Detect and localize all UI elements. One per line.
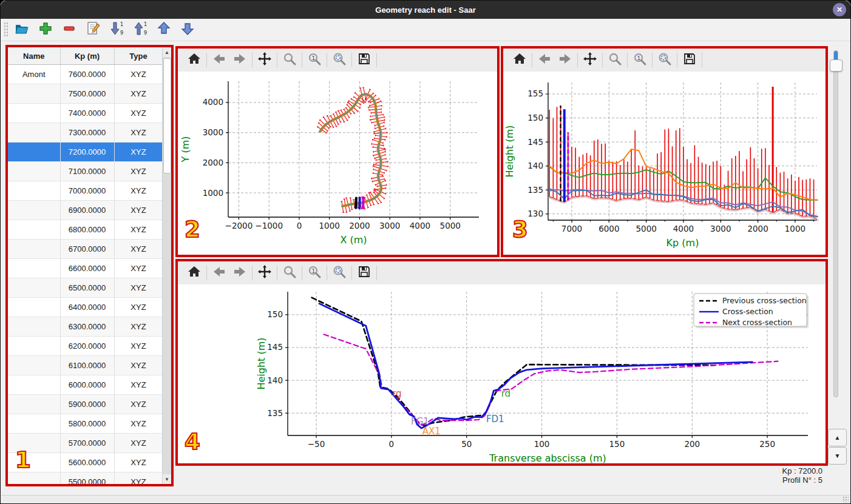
- table-cell[interactable]: [8, 240, 60, 259]
- table-cell[interactable]: XYZ: [114, 453, 163, 472]
- open-button[interactable]: [12, 21, 32, 39]
- table-row[interactable]: 5900.0000XYZ: [8, 395, 163, 414]
- table-cell[interactable]: [8, 220, 60, 240]
- table-cell[interactable]: XYZ: [114, 414, 163, 434]
- table-row[interactable]: 6500.0000XYZ: [8, 278, 163, 298]
- zoom-original-button[interactable]: 1: [304, 51, 325, 69]
- table-cell[interactable]: XYZ: [114, 65, 163, 84]
- back-button[interactable]: [209, 264, 229, 282]
- table-cell[interactable]: [8, 375, 60, 395]
- table-cell[interactable]: XYZ: [114, 220, 163, 240]
- zoom-fit-button[interactable]: [329, 264, 350, 282]
- table-cell[interactable]: 7600.0000: [60, 65, 114, 84]
- resize-grip-icon[interactable]: [843, 496, 849, 502]
- plan-view-chart[interactable]: −2000−1000010002000300040005000100020003…: [178, 72, 497, 255]
- table-cell[interactable]: 7200.0000: [60, 143, 114, 162]
- table-row[interactable]: 7300.0000XYZ: [8, 123, 163, 143]
- table-cell[interactable]: XYZ: [114, 472, 163, 487]
- table-row[interactable]: 5600.0000XYZ: [8, 453, 163, 472]
- table-row[interactable]: 6200.0000XYZ: [8, 337, 163, 356]
- forward-button[interactable]: [229, 264, 250, 282]
- pan-button[interactable]: [254, 264, 275, 282]
- table-cell[interactable]: 5700.0000: [60, 434, 114, 453]
- table-cell[interactable]: 6600.0000: [60, 259, 114, 278]
- table-cell[interactable]: 7100.0000: [60, 162, 114, 181]
- table-cell[interactable]: 7500.0000: [60, 84, 114, 104]
- table-cell[interactable]: [8, 414, 60, 434]
- table-cell[interactable]: [8, 395, 60, 414]
- table-cell[interactable]: XYZ: [114, 181, 163, 201]
- table-cell[interactable]: 6200.0000: [60, 337, 114, 356]
- home-button[interactable]: [184, 264, 205, 282]
- save-figure-button[interactable]: [679, 51, 700, 69]
- table-cell[interactable]: 5500.0000: [60, 472, 114, 487]
- table-cell[interactable]: 7300.0000: [60, 123, 114, 143]
- title-bar[interactable]: Geometry reach edit - Saar ✕: [1, 1, 850, 19]
- back-button[interactable]: [209, 51, 229, 69]
- table-row[interactable]: 7100.0000XYZ: [8, 162, 163, 181]
- cross-section-chart[interactable]: −50050100150200250135140145150Transverse…: [178, 284, 826, 463]
- table-scrollbar[interactable]: ▲ ▼: [162, 47, 171, 484]
- sort-descending-button[interactable]: 19: [106, 21, 126, 39]
- save-figure-button[interactable]: [354, 264, 375, 282]
- table-cell[interactable]: [8, 278, 60, 298]
- table-row[interactable]: 7000.0000XYZ: [8, 181, 163, 201]
- zoom-fit-button[interactable]: [329, 51, 350, 69]
- profile-up-button[interactable]: ▲: [828, 429, 847, 446]
- table-cell[interactable]: Amont: [8, 65, 60, 84]
- table-cell[interactable]: 7400.0000: [60, 104, 114, 123]
- scroll-up-arrow[interactable]: ▲: [163, 47, 171, 57]
- column-header-type[interactable]: Type: [114, 47, 163, 65]
- forward-button[interactable]: [229, 51, 250, 69]
- table-row[interactable]: 6900.0000XYZ: [8, 201, 163, 220]
- forward-button[interactable]: [555, 51, 575, 69]
- home-button[interactable]: [184, 51, 205, 69]
- table-cell[interactable]: XYZ: [114, 317, 163, 337]
- table-cell[interactable]: 6500.0000: [60, 278, 114, 298]
- move-up-button[interactable]: [154, 21, 174, 39]
- remove-profile-button[interactable]: [59, 21, 79, 39]
- table-cell[interactable]: [8, 84, 60, 104]
- save-figure-button[interactable]: [354, 51, 375, 69]
- table-cell[interactable]: [8, 143, 60, 162]
- table-cell[interactable]: XYZ: [114, 123, 163, 143]
- table-cell[interactable]: 6800.0000: [60, 220, 114, 240]
- table-cell[interactable]: XYZ: [114, 298, 163, 317]
- table-cell[interactable]: [8, 472, 60, 487]
- table-cell[interactable]: XYZ: [114, 337, 163, 356]
- home-button[interactable]: [509, 51, 530, 69]
- table-cell[interactable]: 6300.0000: [60, 317, 114, 337]
- zoom-original-button[interactable]: 1: [304, 264, 325, 282]
- pan-button[interactable]: [580, 51, 600, 69]
- longitudinal-profile-chart[interactable]: 7000600050004000300020001000130135140145…: [503, 72, 826, 255]
- table-cell[interactable]: [8, 162, 60, 181]
- table-cell[interactable]: 6900.0000: [60, 201, 114, 220]
- table-cell[interactable]: [8, 104, 60, 123]
- table-cell[interactable]: [8, 123, 60, 143]
- table-cell[interactable]: XYZ: [114, 84, 163, 104]
- table-cell[interactable]: 6000.0000: [60, 375, 114, 395]
- profile-down-button[interactable]: ▼: [828, 447, 847, 465]
- table-row[interactable]: Amont7600.0000XYZ: [8, 65, 163, 84]
- table-cell[interactable]: XYZ: [114, 143, 163, 162]
- zoom-fit-button[interactable]: [654, 51, 675, 69]
- table-row[interactable]: 6100.0000XYZ: [8, 356, 163, 375]
- zoom-button[interactable]: [605, 51, 625, 69]
- table-cell[interactable]: 5800.0000: [60, 414, 114, 434]
- zoom-button[interactable]: [279, 264, 300, 282]
- table-row[interactable]: 5500.0000XYZ: [8, 472, 163, 487]
- table-cell[interactable]: [8, 337, 60, 356]
- table-row[interactable]: 7500.0000XYZ: [8, 84, 163, 104]
- table-row[interactable]: 5800.0000XYZ: [8, 414, 163, 434]
- table-cell[interactable]: XYZ: [114, 434, 163, 453]
- pan-button[interactable]: [254, 51, 275, 69]
- table-cell[interactable]: [8, 298, 60, 317]
- column-header-kp[interactable]: Kp (m): [60, 47, 114, 65]
- table-cell[interactable]: 5900.0000: [60, 395, 114, 414]
- table-row[interactable]: 6000.0000XYZ: [8, 375, 163, 395]
- column-header-name[interactable]: Name: [8, 47, 60, 65]
- table-cell[interactable]: [8, 201, 60, 220]
- table-cell[interactable]: XYZ: [114, 201, 163, 220]
- profile-slider-track[interactable]: [833, 50, 838, 397]
- table-row[interactable]: 5700.0000XYZ: [8, 434, 163, 453]
